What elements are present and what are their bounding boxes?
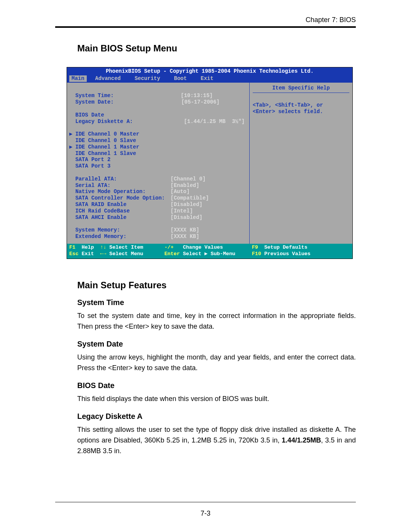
hint-exit: Exit [81,251,94,257]
bios-screenshot: PhoenixBIOS Setup - Copyright 1985-2004 … [67,67,353,259]
label-extended-memory: Extended Memory: [75,233,170,240]
help-line-2: <Enter> selects field. [253,109,349,115]
row-legacy-diskette[interactable]: Legacy Diskette A:[1.44/1.25 MB 3½"] [69,118,247,125]
value-sata-raid[interactable]: [Disabled] [170,201,202,208]
value-sata-ahci[interactable]: [Disabled] [170,214,202,221]
hint-select-menu: Select Menu [109,251,143,257]
heading-system-time: System Time [77,298,356,307]
spacer [69,125,247,131]
label-ich-raid: ICH Raid CodeBase [75,208,170,214]
paragraph-legacy-diskette: This setting allows the user to set the … [77,425,356,457]
page: Chapter 7: BIOS Main BIOS Setup Menu Pho… [0,0,411,532]
row-bios-date: BIOS Date [69,112,247,118]
heading-system-date: System Date [77,340,356,348]
bios-menu-bar: Main Advanced Security Boot Exit [67,75,352,83]
label-sata-ahci: SATA AHCI Enable [75,214,170,221]
bios-footer-bar: F1 Help ↑↓ Select Item -/+ Change Values… [67,244,352,259]
paragraph-system-time: To set the system date and time, key in … [77,311,356,332]
label-ide0-master: IDE Channel 0 Master [75,131,139,137]
paragraph-system-date: Using the arrow keys, highlight the mont… [77,352,356,374]
label-sata3: SATA Port 3 [75,163,110,169]
bios-settings-pane: System Time:[10:13:15] System Date:[05-1… [67,83,250,244]
value-system-memory: [XXXX KB] [170,227,199,233]
submenu-arrow-icon: ▶ [69,131,75,137]
value-native-mode[interactable]: [Auto] [170,189,190,195]
help-title: Item Specific Help [253,85,349,93]
hint-change-values: Change Values [183,244,223,250]
spacer [69,86,247,93]
row-sata-raid[interactable]: SATA RAID Enable[Disabled] [69,201,247,208]
row-extended-memory: Extended Memory:[XXXX KB] [69,233,247,240]
bios-tab-boot[interactable]: Boot [169,75,192,82]
value-ich-raid[interactable]: [Intel] [170,208,193,214]
label-system-time: System Time: [75,93,114,99]
label-ide1-slave: IDE Channel 1 Slave [75,150,136,157]
bios-title-bar: PhoenixBIOS Setup - Copyright 1985-2004 … [67,67,352,75]
value-system-date[interactable]: [05-17-2006] [181,99,247,105]
hint-help: Help [81,244,94,250]
label-sata-raid: SATA RAID Enable [75,201,170,208]
submenu-arrow-icon: ▶ [69,144,75,150]
bios-tab-exit[interactable]: Exit [195,75,219,82]
row-system-date[interactable]: System Date:[05-17-2006] [69,99,247,105]
hint-setup-defaults: Setup Defaults [264,244,307,250]
footer-rule [55,502,356,502]
bios-tab-security[interactable]: Security [129,75,166,82]
header-rule [55,26,356,28]
bios-tab-advanced[interactable]: Advanced [90,75,126,82]
row-ide0-slave[interactable]: IDE Channel 0 Slave [69,137,247,144]
row-serial-ata[interactable]: Serial ATA:[Enabled] [69,182,247,189]
label-native-mode: Native Mode Operation: [75,189,170,195]
value-legacy-diskette[interactable]: [1.44/1.25 MB 3½"] [184,118,247,125]
key-f9: F9 [252,244,258,250]
row-ich-raid[interactable]: ICH Raid CodeBase[Intel] [69,208,247,214]
key-f10: F10 [252,251,261,257]
row-sata-port-2[interactable]: SATA Port 2 [69,157,247,163]
row-sata-ctrl[interactable]: SATA Controller Mode Option:[Compatible] [69,195,247,201]
label-parallel-ata: Parallel ATA: [75,176,170,182]
label-system-memory: System Memory: [75,227,170,233]
label-sata-ctrl-mode: SATA Controller Mode Option: [75,195,170,201]
hint-previous-values: Previous Values [264,251,311,257]
row-ide1-master[interactable]: ▶ IDE Channel 1 Master [69,144,247,150]
section-title-main-menu: Main BIOS Setup Menu [77,43,356,54]
key-esc: Esc [69,251,78,257]
section-title-features: Main Setup Features [77,280,356,291]
spacer [69,105,247,112]
hint-select-submenu: Select ▶ Sub-Menu [183,251,236,257]
key-f1: F1 [69,244,75,250]
value-sata-ctrl-mode[interactable]: [Compatible] [170,195,209,201]
row-parallel-ata[interactable]: Parallel ATA:[Channel 0] [69,176,247,182]
spacer [69,220,247,227]
value-system-time[interactable]: [10:13:15] [181,93,247,99]
row-sata-ahci[interactable]: SATA AHCI Enable[Disabled] [69,214,247,221]
key-plusminus: -/+ [164,244,174,250]
value-serial-ata[interactable]: [Enabled] [170,182,199,189]
spacer [69,169,247,176]
key-enter: Enter [164,251,180,257]
bios-tab-main[interactable]: Main [69,75,87,82]
paragraph-bios-date: This field displays the date when this v… [77,394,356,404]
row-system-time[interactable]: System Time:[10:13:15] [69,93,247,99]
help-line-1: <Tab>, <Shift-Tab>, or [253,102,349,109]
row-native-mode[interactable]: Native Mode Operation:[Auto] [69,189,247,195]
row-system-memory: System Memory:[XXXX KB] [69,227,247,233]
hint-select-item: Select Item [109,244,143,250]
label-system-date: System Date: [75,99,114,105]
bios-body: System Time:[10:13:15] System Date:[05-1… [67,83,352,244]
label-bios-date: BIOS Date [75,112,104,118]
row-ide1-slave[interactable]: IDE Channel 1 Slave [69,150,247,157]
legacy-text-bold: 1.44/1.25MB [282,436,321,444]
key-updown: ↑↓ [100,244,106,250]
key-leftright: ←→ [100,251,106,257]
heading-legacy-diskette: Legacy Diskette A [77,412,356,421]
label-serial-ata: Serial ATA: [75,182,170,189]
page-number: 7-3 [0,510,411,518]
label-ide1-master: IDE Channel 1 Master [75,144,139,150]
row-ide0-master[interactable]: ▶ IDE Channel 0 Master [69,131,247,137]
bios-help-pane: Item Specific Help <Tab>, <Shift-Tab>, o… [250,83,352,244]
row-sata-port-3[interactable]: SATA Port 3 [69,163,247,169]
label-ide0-slave: IDE Channel 0 Slave [75,137,136,144]
chapter-header: Chapter 7: BIOS [55,16,356,24]
value-parallel-ata[interactable]: [Channel 0] [170,176,206,182]
